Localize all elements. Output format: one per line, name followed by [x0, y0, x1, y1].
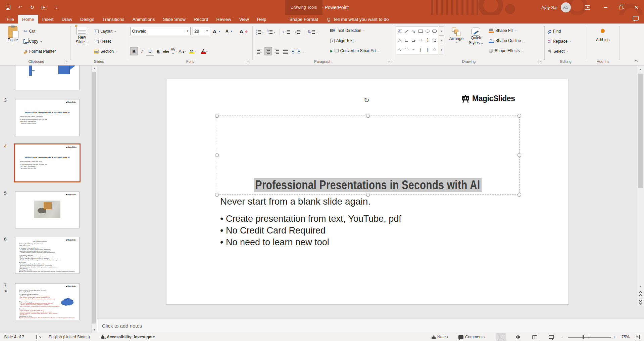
shape-outline-button[interactable]: ✎ Shape Outline⌄ — [489, 36, 525, 45]
tab-home[interactable]: Home — [18, 15, 38, 24]
decrease-indent-button[interactable]: ⇤ — [283, 30, 290, 34]
shape-triangle-icon[interactable]: △ — [396, 36, 403, 45]
reading-view-button[interactable] — [530, 333, 540, 341]
scroll-down-arrow[interactable]: ▼ — [92, 327, 97, 333]
scrollbar-thumb[interactable] — [92, 72, 96, 324]
slide-indicator[interactable]: Slide 4 of 7 — [4, 333, 24, 341]
line-spacing-button[interactable]: ⇅⌄ — [307, 30, 318, 34]
user-name[interactable]: Ajay Sai — [541, 5, 557, 10]
reset-button[interactable]: ↺Reset — [94, 37, 111, 46]
numbering-button[interactable]: 123⌄ — [267, 29, 276, 35]
convert-to-smartart-button[interactable]: ▶ Convert to SmartArt⌄ — [330, 46, 380, 55]
cut-button[interactable]: ✂Cut — [23, 27, 35, 36]
vertical-scrollbar[interactable]: ▲ ▼ — [637, 66, 644, 306]
section-button[interactable]: Section⌄ — [94, 47, 118, 56]
accessibility-checker[interactable]: ✕ Accessibility: Investigate — [101, 333, 155, 341]
format-painter-button[interactable]: Format Painter — [23, 47, 56, 56]
minimize-button[interactable] — [598, 0, 613, 15]
zoom-slider-thumb[interactable] — [583, 335, 584, 339]
shape-right-arrow-icon[interactable]: ⇨ — [417, 36, 424, 45]
strikethrough-button[interactable]: abc — [162, 47, 170, 55]
shape-elbow-connector-icon[interactable] — [403, 36, 410, 45]
shape-textbox-icon[interactable] — [396, 27, 403, 36]
tab-view[interactable]: View — [235, 15, 253, 24]
shape-oval-icon[interactable] — [424, 27, 431, 36]
text-direction-button[interactable]: A Text Direction⌄ — [330, 26, 365, 35]
shape-star-icon[interactable]: ☆ — [431, 45, 438, 54]
replace-button[interactable]: abacReplace⌄ — [548, 37, 572, 46]
shape-rounded-rectangle-icon[interactable] — [431, 27, 438, 36]
drawing-dialog-launcher[interactable]: ↘ — [539, 60, 542, 63]
undo-button[interactable]: ↶ — [17, 4, 23, 11]
font-color-button[interactable]: A⌄ — [199, 47, 210, 55]
ribbon-display-options-button[interactable] — [580, 0, 595, 15]
thumbnail-slide-5[interactable]: MagicSlides — [15, 191, 80, 228]
avatar[interactable]: AS — [561, 2, 571, 12]
character-spacing-button[interactable]: AV↔⌄ — [170, 47, 178, 55]
tab-design[interactable]: Design — [76, 15, 98, 24]
increase-indent-button[interactable]: ⇥ — [293, 30, 300, 34]
zoom-in-button[interactable]: + — [613, 333, 615, 341]
italic-button[interactable]: I — [138, 47, 146, 55]
next-slide-button[interactable] — [637, 298, 644, 305]
shape-rectangle-icon[interactable] — [417, 27, 424, 36]
thumbnail-slide-2[interactable] — [15, 66, 80, 90]
shape-curve-icon[interactable]: ~ — [410, 45, 417, 54]
clear-formatting-button[interactable]: A◆ — [240, 27, 248, 36]
comments-button[interactable] — [633, 16, 639, 20]
tab-record[interactable]: Record — [190, 15, 212, 24]
gallery-more-button[interactable]: ▼ — [439, 45, 444, 54]
tab-help[interactable]: Help — [253, 15, 270, 24]
selection-handle-top-left[interactable] — [215, 114, 219, 118]
arrange-button[interactable]: Arrange ⌄ — [447, 28, 466, 44]
select-button[interactable]: Select⌄ — [548, 47, 568, 56]
tab-draw[interactable]: Draw — [58, 15, 77, 24]
scrollbar-thumb[interactable] — [638, 74, 643, 188]
notes-placeholder[interactable]: Click to add notes — [102, 323, 142, 329]
tell-me-box[interactable]: Tell me what you want to do — [327, 15, 389, 24]
quick-styles-button[interactable]: Quick Styles ⌄ — [466, 28, 485, 45]
layout-button[interactable]: Layout⌄ — [94, 27, 116, 36]
underline-button[interactable]: U — [146, 47, 154, 55]
find-button[interactable]: Find — [548, 27, 561, 36]
gallery-scroll-down[interactable]: ▼ — [439, 36, 444, 45]
clipboard-dialog-launcher[interactable]: ↘ — [65, 60, 68, 63]
start-slideshow-button[interactable] — [41, 4, 48, 11]
slide-show-button[interactable] — [546, 333, 556, 341]
display-settings-button[interactable] — [36, 333, 40, 341]
tab-shape-format[interactable]: Shape Format — [285, 15, 323, 24]
shape-elbow-arrow-icon[interactable]: ▸ — [410, 36, 417, 45]
zoom-slider[interactable] — [568, 337, 611, 338]
selection-handle-middle-left[interactable] — [215, 153, 219, 157]
shape-down-arrow-icon[interactable]: ⇩ — [424, 36, 431, 45]
slide-title[interactable]: Professional Presentations in Seconds wi… — [166, 178, 569, 192]
shape-right-brace-icon[interactable]: } — [424, 45, 431, 54]
scroll-down-arrow[interactable]: ▼ — [637, 283, 644, 289]
collapse-ribbon-button[interactable] — [635, 59, 638, 62]
slide-title-text-selected[interactable]: Professional Presentations in Seconds wi… — [254, 178, 482, 192]
add-ins-button[interactable]: Add-ins — [593, 29, 612, 42]
highlight-color-button[interactable]: ab⌄ — [187, 47, 198, 55]
bold-button[interactable]: B — [130, 47, 138, 55]
tab-insert[interactable]: Insert — [38, 15, 58, 24]
shape-arc-icon[interactable] — [403, 45, 410, 54]
notes-pane[interactable]: Click to add notes — [97, 318, 644, 333]
save-button[interactable] — [5, 4, 11, 11]
fit-slide-to-window-button[interactable] — [635, 333, 640, 341]
normal-view-button[interactable] — [496, 333, 506, 341]
font-dialog-launcher[interactable]: ↘ — [246, 60, 249, 63]
shape-left-brace-icon[interactable]: { — [417, 45, 424, 54]
shape-effects-button[interactable]: Shape Effects⌄ — [489, 46, 524, 55]
decrease-font-size-button[interactable]: A▼ — [226, 27, 233, 36]
selection-handle-top-center[interactable] — [366, 114, 370, 118]
scroll-up-arrow[interactable]: ▲ — [92, 66, 97, 71]
previous-slide-button[interactable] — [637, 291, 644, 297]
comments-toggle-button[interactable]: Comments — [458, 333, 485, 341]
rotation-handle[interactable]: ↻ — [364, 96, 369, 104]
text-shadow-button[interactable]: S — [154, 47, 162, 55]
change-case-button[interactable]: Aa⌄ — [179, 47, 186, 55]
tab-animations[interactable]: Animations — [129, 15, 159, 24]
copy-button[interactable]: Copy ⌄ — [23, 37, 42, 46]
thumbnail-scrollbar[interactable]: ▲ ▼ — [91, 66, 97, 333]
thumbnail-slide-4-selected[interactable]: MagicSlides Professional Presentations i… — [14, 143, 81, 182]
